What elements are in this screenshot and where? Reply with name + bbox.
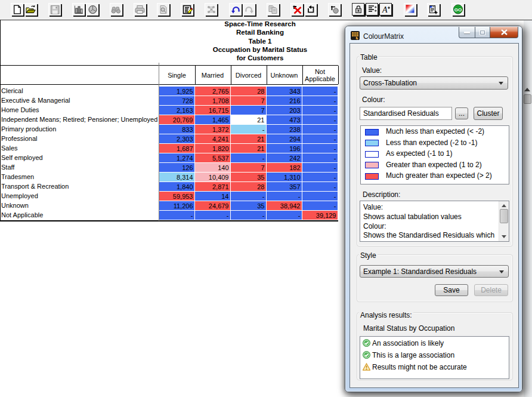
- svg-text:GO: GO: [454, 7, 462, 13]
- svg-text:A: A: [382, 5, 388, 14]
